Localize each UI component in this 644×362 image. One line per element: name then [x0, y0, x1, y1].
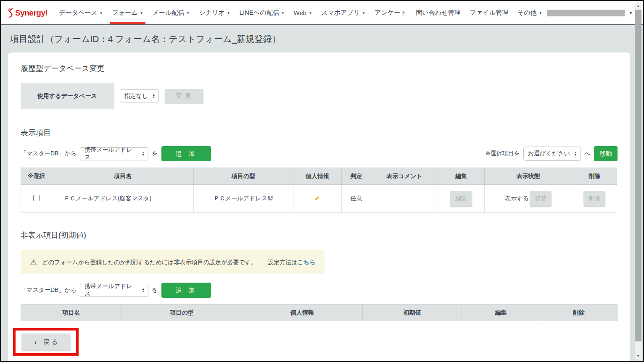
- nav-item-others[interactable]: その他 ▼: [513, 1, 547, 24]
- chevron-left-icon: ‹: [34, 338, 37, 346]
- scroll-up-icon[interactable]: ▲: [635, 3, 641, 10]
- move-target-select[interactable]: お選びください: [523, 147, 581, 161]
- page-title: 項目設計（フォームID：4 フォーム名：テストフォーム_新規登録）: [1, 25, 643, 52]
- table-row: ＰＣメールアドレス(顧客マスタ) ＰＣメールアドレス型 ✔ 任意 編集 表示する…: [21, 185, 617, 212]
- change-button[interactable]: 変 更: [165, 89, 203, 103]
- updown-spinner-icon: [142, 151, 145, 156]
- back-button-label: 戻 る: [43, 338, 58, 346]
- move-button[interactable]: 移動: [594, 146, 618, 161]
- visible-field-select-value: 携帯メールアドレス: [84, 146, 137, 161]
- nav-item-line-delivery[interactable]: LINEへの配信 ▼: [235, 1, 289, 24]
- nav-item-form[interactable]: フォーム ▼: [108, 1, 148, 24]
- table-header-row: ※選択 項目名 項目の型 個人情報 判定 表示コメント 編集 表示状態 削除: [21, 168, 617, 185]
- col-personal-info: 個人情報: [242, 304, 363, 321]
- hidden-field-select-value: 携帯メールアドレス: [84, 283, 137, 298]
- updown-spinner-icon: [574, 151, 577, 156]
- col-edit: 編集: [462, 304, 540, 321]
- nav-item-scenario[interactable]: シナリオ ▼: [194, 1, 235, 24]
- col-display-comment: 表示コメント: [371, 168, 438, 185]
- col-field-type: 項目の型: [194, 168, 293, 185]
- visible-items-controls: 「マスターDB」から 携帯メールアドレス を 追 加 ※選択項目を お選びくださ…: [21, 146, 618, 161]
- row-select-cell: [21, 185, 52, 212]
- visible-items-table: ※選択 項目名 項目の型 個人情報 判定 表示コメント 編集 表示状態 削除 Ｐ…: [21, 168, 617, 212]
- nav-right-group: ▼ ?: [547, 1, 644, 24]
- warning-box: ⚠ どのフォームから登録したのか判別するためには非表示項目の設定が必要です。設定…: [21, 250, 325, 274]
- synergy-logo-text: Synergy!: [15, 8, 48, 18]
- source-db-label: 「マスターDB」から: [21, 286, 77, 294]
- display-state-cell: 表示する 切替: [485, 185, 572, 212]
- updown-spinner-icon: [152, 94, 155, 99]
- nav-item-web[interactable]: Web ▼: [289, 1, 317, 24]
- history-db-table: 使用するデータベース 指定なし 変 更: [21, 83, 618, 109]
- account-chevron-down-icon[interactable]: ▼: [629, 10, 633, 15]
- hidden-field-select[interactable]: 携帯メールアドレス: [80, 284, 148, 297]
- col-display-state: 表示状態: [485, 168, 572, 185]
- warning-link-prefix: 設定方法は: [268, 259, 297, 265]
- nav-item-inquiry-management[interactable]: 問い合わせ管理: [412, 1, 465, 24]
- nav-item-survey[interactable]: アンケート: [370, 1, 411, 24]
- nav-item-label: スマホアプリ: [321, 9, 360, 17]
- nav-item-label: ファイル管理: [470, 9, 508, 17]
- particle-wo: を: [152, 150, 158, 157]
- scroll-down-icon[interactable]: ▼: [635, 352, 641, 359]
- scrollbar-track[interactable]: [635, 341, 641, 352]
- add-hidden-button[interactable]: 追 加: [161, 283, 211, 298]
- hidden-items-heading: 非表示項目(初期値): [21, 230, 618, 240]
- nav-item-label: 問い合わせ管理: [416, 9, 461, 17]
- nav-item-database[interactable]: データベース ▼: [54, 1, 107, 24]
- check-icon: ✔: [314, 195, 320, 202]
- delete-button[interactable]: 削除: [583, 191, 605, 206]
- warning-message: どのフォームから登録したのか判別するためには非表示項目の設定が必要です。: [42, 259, 257, 265]
- nav-item-label: LINEへの配信: [240, 9, 279, 17]
- back-button-zone: ‹ 戻 る: [13, 328, 618, 356]
- nav-item-mail-delivery[interactable]: メール配信 ▼: [148, 1, 195, 24]
- edit-cell: 編集: [438, 185, 485, 212]
- back-button[interactable]: ‹ 戻 る: [21, 333, 71, 350]
- chevron-down-icon: ▼: [100, 11, 103, 15]
- synergy-logo-icon: [7, 8, 14, 18]
- database-select[interactable]: 指定なし: [120, 89, 159, 102]
- nav-item-label: Web: [294, 9, 307, 16]
- synergy-logo[interactable]: Synergy!: [7, 1, 48, 24]
- col-delete: 削除: [572, 168, 617, 185]
- chevron-down-icon: ▼: [539, 11, 542, 15]
- visible-field-select[interactable]: 携帯メールアドレス: [80, 147, 148, 160]
- nav-item-label: データベース: [59, 9, 97, 17]
- scrollbar-thumb[interactable]: [635, 10, 641, 341]
- nav-item-label: その他: [517, 9, 537, 17]
- chevron-down-icon: ▼: [281, 11, 285, 15]
- hidden-items-controls: 「マスターDB」から 携帯メールアドレス を 追 加: [21, 283, 618, 298]
- table-header-row: 項目名 項目の型 個人情報 初期値 編集 削除: [21, 304, 618, 321]
- add-visible-button[interactable]: 追 加: [161, 146, 211, 161]
- display-state-label: 表示する: [505, 195, 529, 202]
- col-judgement: 判定: [342, 168, 371, 185]
- move-target-select-value: お選びください: [528, 150, 570, 157]
- history-db-row-value: 指定なし 変 更: [114, 83, 618, 109]
- col-initial-value: 初期値: [363, 304, 462, 321]
- history-db-heading: 履歴型データベース変更: [21, 63, 618, 73]
- account-name-redacted[interactable]: [547, 10, 625, 16]
- col-delete: 削除: [540, 304, 618, 321]
- display-comment-cell: [371, 185, 438, 212]
- nav-item-smartphone-app[interactable]: スマホアプリ ▼: [317, 1, 370, 24]
- database-select-value: 指定なし: [124, 92, 148, 100]
- col-field-type: 項目の型: [122, 304, 242, 321]
- col-field-name: 項目名: [52, 168, 194, 185]
- row-checkbox[interactable]: [33, 195, 40, 201]
- selected-items-note: ※選択項目を: [486, 150, 520, 157]
- source-db-label: 「マスターDB」から: [21, 150, 77, 157]
- warning-icon: ⚠: [30, 257, 37, 267]
- nav-item-label: フォーム: [112, 9, 138, 17]
- hidden-items-table: 項目名 項目の型 個人情報 初期値 編集 削除: [21, 304, 618, 321]
- chevron-down-icon: ▼: [227, 11, 230, 15]
- visible-items-heading: 表示項目: [21, 128, 618, 138]
- edit-button[interactable]: 編集: [450, 191, 472, 206]
- chevron-down-icon: ▼: [309, 11, 312, 15]
- how-to-link[interactable]: こちら: [297, 259, 315, 265]
- chevron-down-icon: ▼: [362, 11, 365, 15]
- field-name-cell: ＰＣメールアドレス(顧客マスタ): [52, 185, 194, 212]
- col-edit: 編集: [438, 168, 485, 185]
- nav-item-file-management[interactable]: ファイル管理: [465, 1, 513, 24]
- toggle-button[interactable]: 切替: [530, 191, 552, 206]
- red-annotation-frame: ‹ 戻 る: [13, 328, 79, 356]
